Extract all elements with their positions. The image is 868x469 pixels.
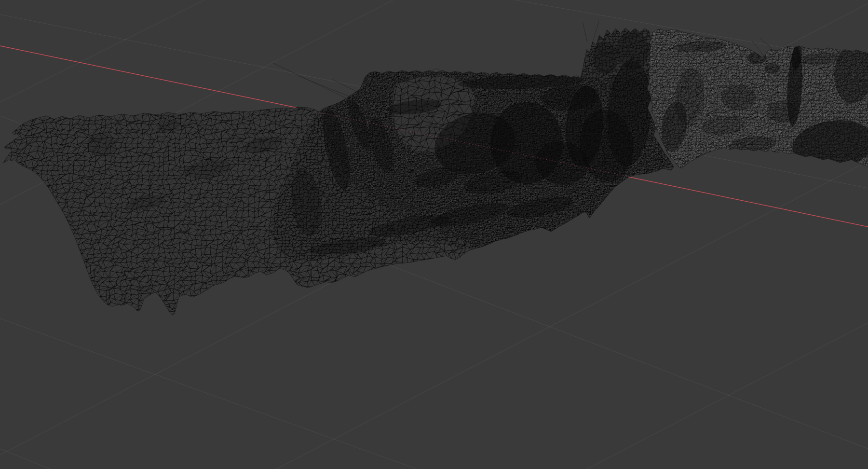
- viewport-canvas[interactable]: [0, 0, 868, 469]
- viewport-3d: [0, 0, 868, 469]
